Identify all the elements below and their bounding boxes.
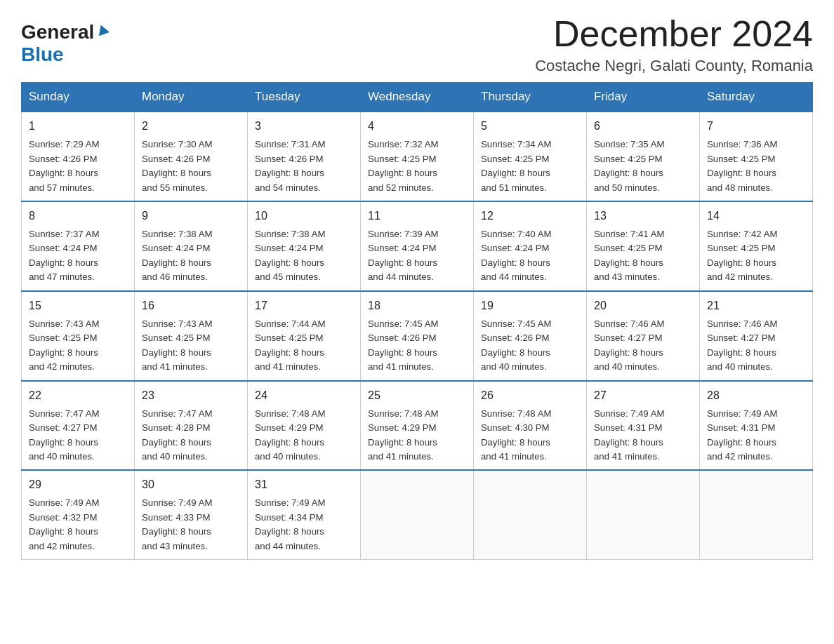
day-number: 25 [368,387,466,404]
day-cell: 2Sunrise: 7:30 AMSunset: 4:26 PMDaylight… [135,112,248,201]
day-info: Sunrise: 7:49 AMSunset: 4:31 PMDaylight:… [594,407,692,464]
day-info: Sunrise: 7:48 AMSunset: 4:29 PMDaylight:… [255,407,353,464]
day-number: 17 [255,297,353,314]
day-number: 1 [29,118,127,135]
day-info: Sunrise: 7:30 AMSunset: 4:26 PMDaylight:… [142,137,240,195]
day-cell: 28Sunrise: 7:49 AMSunset: 4:31 PMDayligh… [700,381,813,471]
day-cell: 23Sunrise: 7:47 AMSunset: 4:28 PMDayligh… [135,381,248,471]
page-header: General Blue December 2024 Costache Negr… [21,14,813,75]
day-cell: 3Sunrise: 7:31 AMSunset: 4:26 PMDaylight… [248,112,361,201]
day-number: 27 [594,387,692,404]
day-info: Sunrise: 7:49 AMSunset: 4:31 PMDaylight:… [707,407,805,464]
day-number: 7 [707,118,805,135]
day-info: Sunrise: 7:36 AMSunset: 4:25 PMDaylight:… [707,137,805,195]
day-info: Sunrise: 7:38 AMSunset: 4:24 PMDaylight:… [142,227,240,285]
day-info: Sunrise: 7:47 AMSunset: 4:27 PMDaylight:… [29,407,127,464]
day-info: Sunrise: 7:31 AMSunset: 4:26 PMDaylight:… [255,137,353,195]
day-number: 9 [142,208,240,224]
day-cell [474,470,587,559]
day-info: Sunrise: 7:48 AMSunset: 4:29 PMDaylight:… [368,407,466,464]
month-title: December 2024 [535,14,813,54]
day-number: 24 [255,387,353,404]
day-cell: 5Sunrise: 7:34 AMSunset: 4:25 PMDaylight… [474,112,587,201]
week-row-3: 15Sunrise: 7:43 AMSunset: 4:25 PMDayligh… [22,291,813,381]
logo-triangle-icon [96,23,109,39]
day-cell: 16Sunrise: 7:43 AMSunset: 4:25 PMDayligh… [135,291,248,381]
day-cell: 15Sunrise: 7:43 AMSunset: 4:25 PMDayligh… [22,291,135,381]
day-info: Sunrise: 7:49 AMSunset: 4:34 PMDaylight:… [255,496,353,554]
header-sunday: Sunday [22,83,135,112]
header-wednesday: Wednesday [361,83,474,112]
header-friday: Friday [587,83,700,112]
week-row-4: 22Sunrise: 7:47 AMSunset: 4:27 PMDayligh… [22,381,813,471]
day-number: 22 [29,387,127,404]
day-info: Sunrise: 7:46 AMSunset: 4:27 PMDaylight:… [594,317,692,375]
day-cell: 31Sunrise: 7:49 AMSunset: 4:34 PMDayligh… [248,470,361,559]
day-info: Sunrise: 7:41 AMSunset: 4:25 PMDaylight:… [594,227,692,285]
day-info: Sunrise: 7:49 AMSunset: 4:33 PMDaylight:… [142,496,240,554]
day-cell: 24Sunrise: 7:48 AMSunset: 4:29 PMDayligh… [248,381,361,471]
day-info: Sunrise: 7:45 AMSunset: 4:26 PMDaylight:… [481,317,579,375]
day-cell: 6Sunrise: 7:35 AMSunset: 4:25 PMDaylight… [587,112,700,201]
day-cell: 27Sunrise: 7:49 AMSunset: 4:31 PMDayligh… [587,381,700,471]
header-tuesday: Tuesday [248,83,361,112]
day-number: 21 [707,297,805,314]
day-cell: 25Sunrise: 7:48 AMSunset: 4:29 PMDayligh… [361,381,474,471]
day-number: 19 [481,297,579,314]
day-cell: 20Sunrise: 7:46 AMSunset: 4:27 PMDayligh… [587,291,700,381]
day-number: 13 [594,208,692,224]
day-number: 23 [142,387,240,404]
day-info: Sunrise: 7:44 AMSunset: 4:25 PMDaylight:… [255,317,353,375]
day-number: 11 [368,208,466,224]
day-number: 3 [255,118,353,135]
svg-marker-0 [96,23,109,36]
day-cell: 4Sunrise: 7:32 AMSunset: 4:25 PMDaylight… [361,112,474,201]
day-info: Sunrise: 7:38 AMSunset: 4:24 PMDaylight:… [255,227,353,285]
header-thursday: Thursday [474,83,587,112]
day-cell: 8Sunrise: 7:37 AMSunset: 4:24 PMDaylight… [22,201,135,291]
day-info: Sunrise: 7:48 AMSunset: 4:30 PMDaylight:… [481,407,579,464]
day-number: 30 [142,476,240,493]
day-cell: 11Sunrise: 7:39 AMSunset: 4:24 PMDayligh… [361,201,474,291]
day-number: 4 [368,118,466,135]
day-cell: 7Sunrise: 7:36 AMSunset: 4:25 PMDaylight… [700,112,813,201]
day-number: 2 [142,118,240,135]
day-number: 12 [481,208,579,224]
day-cell: 10Sunrise: 7:38 AMSunset: 4:24 PMDayligh… [248,201,361,291]
day-cell: 19Sunrise: 7:45 AMSunset: 4:26 PMDayligh… [474,291,587,381]
day-number: 28 [707,387,805,404]
day-info: Sunrise: 7:32 AMSunset: 4:25 PMDaylight:… [368,137,466,195]
day-info: Sunrise: 7:45 AMSunset: 4:26 PMDaylight:… [368,317,466,375]
day-number: 16 [142,297,240,314]
day-number: 26 [481,387,579,404]
week-row-1: 1Sunrise: 7:29 AMSunset: 4:26 PMDaylight… [22,112,813,201]
day-number: 18 [368,297,466,314]
week-row-5: 29Sunrise: 7:49 AMSunset: 4:32 PMDayligh… [22,470,813,559]
day-info: Sunrise: 7:49 AMSunset: 4:32 PMDaylight:… [29,496,127,554]
header-monday: Monday [135,83,248,112]
logo-blue: Blue [21,43,64,65]
header-saturday: Saturday [700,83,813,112]
day-number: 15 [29,297,127,314]
day-number: 20 [594,297,692,314]
day-info: Sunrise: 7:34 AMSunset: 4:25 PMDaylight:… [481,137,579,195]
day-cell [361,470,474,559]
day-number: 29 [29,476,127,493]
logo-general: General [21,21,94,43]
day-info: Sunrise: 7:47 AMSunset: 4:28 PMDaylight:… [142,407,240,464]
weekday-header-row: Sunday Monday Tuesday Wednesday Thursday… [22,83,813,112]
day-number: 8 [29,208,127,224]
day-cell: 9Sunrise: 7:38 AMSunset: 4:24 PMDaylight… [135,201,248,291]
calendar-table: Sunday Monday Tuesday Wednesday Thursday… [21,82,813,560]
day-cell: 22Sunrise: 7:47 AMSunset: 4:27 PMDayligh… [22,381,135,471]
day-cell: 1Sunrise: 7:29 AMSunset: 4:26 PMDaylight… [22,112,135,201]
day-cell: 18Sunrise: 7:45 AMSunset: 4:26 PMDayligh… [361,291,474,381]
day-number: 14 [707,208,805,224]
day-info: Sunrise: 7:39 AMSunset: 4:24 PMDaylight:… [368,227,466,285]
day-cell: 30Sunrise: 7:49 AMSunset: 4:33 PMDayligh… [135,470,248,559]
day-number: 10 [255,208,353,224]
day-info: Sunrise: 7:29 AMSunset: 4:26 PMDaylight:… [29,137,127,195]
logo: General Blue [21,21,109,66]
day-info: Sunrise: 7:43 AMSunset: 4:25 PMDaylight:… [29,317,127,375]
day-info: Sunrise: 7:46 AMSunset: 4:27 PMDaylight:… [707,317,805,375]
